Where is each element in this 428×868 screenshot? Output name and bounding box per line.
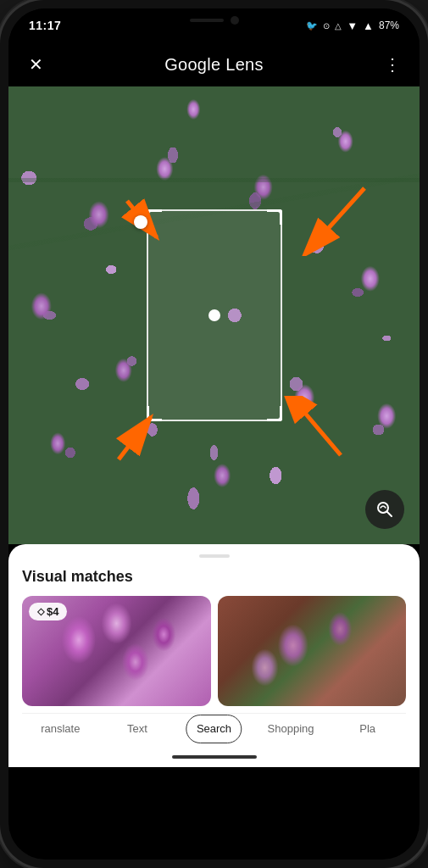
close-button[interactable]: ✕ (22, 54, 49, 75)
alerts-icon: △ (335, 21, 342, 31)
tab-translate-label: ranslate (41, 722, 80, 735)
google-text: Google (164, 55, 220, 74)
tab-search[interactable]: Search (175, 714, 253, 743)
bottom-panel: Visual matches ◇ $4 ranslate Te (8, 544, 420, 750)
price-badge-1: ◇ $4 (29, 603, 67, 620)
arrow-bottom-left (102, 400, 178, 468)
selection-center-dot[interactable] (208, 309, 220, 321)
lens-text: Lens (220, 55, 263, 74)
svg-line-7 (303, 411, 341, 455)
result-card-1[interactable]: ◇ $4 (22, 596, 211, 706)
svg-line-9 (387, 512, 392, 517)
drag-handle-top-left[interactable] (134, 215, 147, 229)
ring-icon: ⊙ (323, 21, 330, 31)
wifi-icon: ▼ (347, 19, 358, 32)
result-card-2[interactable] (218, 596, 407, 706)
tab-places-label: Pla (359, 722, 375, 735)
corner-handle-tr[interactable] (267, 209, 282, 225)
arrow-top-right (301, 180, 377, 256)
nav-tabs: ranslate Text Search Shopping Pla (22, 713, 406, 750)
status-icons: 🐦 ⊙ △ ▼ ▲ 87% (306, 19, 399, 32)
home-indicator-area (8, 750, 420, 767)
signal-icon: ▲ (363, 19, 374, 32)
price-value: $4 (47, 605, 58, 618)
results-grid: ◇ $4 (22, 596, 406, 706)
phone-frame: 11:17 🐦 ⊙ △ ▼ ▲ 87% ✕ Google Lens ⋮ (0, 0, 428, 868)
home-bar[interactable] (172, 755, 257, 759)
app-title: Google Lens (164, 55, 264, 75)
svg-line-5 (119, 417, 151, 459)
panel-title: Visual matches (22, 568, 406, 586)
tab-places[interactable]: Pla (329, 714, 406, 743)
speaker (190, 19, 224, 22)
tab-text[interactable]: Text (99, 714, 176, 743)
app-header: ✕ Google Lens ⋮ (8, 42, 420, 86)
drag-indicator[interactable] (199, 554, 230, 558)
notch (164, 8, 265, 32)
lens-search-button[interactable] (365, 490, 404, 529)
tab-shopping[interactable]: Shopping (253, 714, 330, 743)
phone-screen: 11:17 🐦 ⊙ △ ▼ ▲ 87% ✕ Google Lens ⋮ (8, 8, 420, 860)
tab-search-label: Search (197, 722, 231, 735)
arrow-bottom-right (280, 396, 356, 464)
svg-line-3 (326, 188, 364, 231)
tab-text-label: Text (127, 722, 147, 735)
tab-translate[interactable]: ranslate (22, 714, 99, 743)
twitter-icon: 🐦 (306, 20, 318, 31)
overflow-menu-button[interactable]: ⋮ (379, 54, 406, 75)
front-camera (231, 16, 239, 25)
camera-viewfinder[interactable] (8, 86, 420, 544)
lens-icon (375, 499, 395, 520)
battery-level: 87% (379, 19, 399, 31)
status-time: 11:17 (29, 19, 61, 32)
price-icon: ◇ (37, 606, 44, 617)
tab-shopping-label: Shopping (268, 722, 314, 735)
